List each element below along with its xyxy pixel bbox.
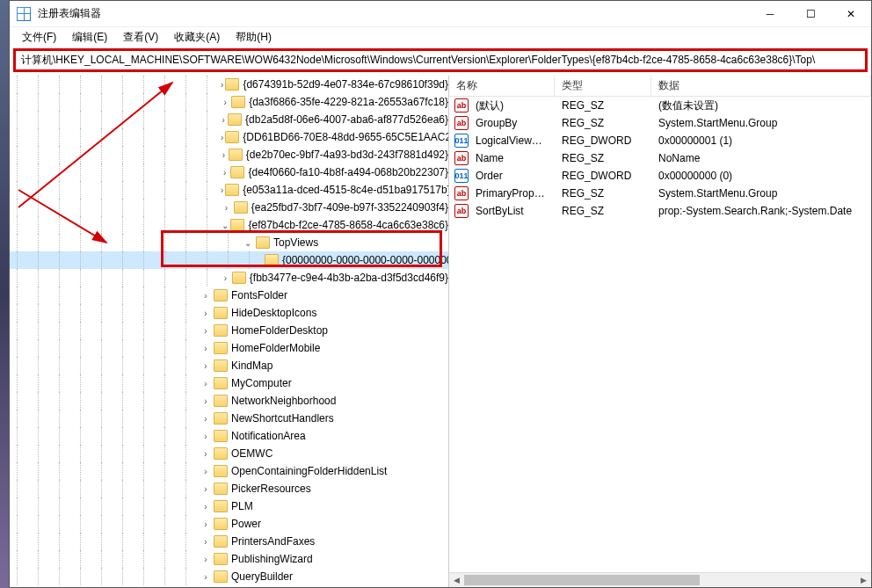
value-name: (默认) <box>469 98 555 113</box>
tree-item[interactable]: ›PrintersAndFaxes <box>10 533 448 550</box>
menu-file[interactable]: 文件(F) <box>15 28 63 47</box>
value-name: LogicalViewM... <box>469 134 555 147</box>
tree-item[interactable]: ›HomeFolderDesktop <box>10 322 448 339</box>
expander-icon[interactable]: › <box>221 80 223 90</box>
minimize-button[interactable]: ─ <box>750 1 790 26</box>
tree-item[interactable]: ›MyComputer <box>10 374 448 392</box>
tree-item-guid[interactable]: ›{e053a11a-dced-4515-8c4e-d51ba917517b} <box>10 181 448 199</box>
scroll-track[interactable] <box>464 573 856 587</box>
expander-icon[interactable]: › <box>200 502 212 512</box>
values-pane[interactable]: 名称 类型 数据 ab(默认)REG_SZ(数值未设置)abGroupByREG… <box>449 76 871 587</box>
maximize-button[interactable]: ☐ <box>790 1 831 26</box>
folder-icon <box>214 395 228 407</box>
tree-item-label: PublishingWizard <box>231 553 313 565</box>
expander-icon[interactable]: › <box>221 185 223 195</box>
tree-item[interactable]: ›Power <box>10 515 448 533</box>
expander-icon[interactable]: › <box>200 467 212 476</box>
value-row[interactable]: abSortByListREG_SZprop:-System.Search.Ra… <box>449 202 871 220</box>
menu-favorites[interactable]: 收藏夹(A) <box>167 28 227 47</box>
value-data: System.StartMenu.Group <box>651 187 871 200</box>
expander-icon[interactable]: ⌄ <box>242 238 254 248</box>
tree-item-guid[interactable]: ›{db2a5d8f-06e6-4007-aba6-af877d526ea6} <box>10 111 448 128</box>
expander-icon[interactable]: › <box>200 414 212 424</box>
value-row[interactable]: ab(默认)REG_SZ(数值未设置) <box>449 97 871 114</box>
tree-item-guid[interactable]: ›{ea25fbd7-3bf7-409e-b97f-3352240903f4} <box>10 199 448 216</box>
list-header[interactable]: 名称 类型 数据 <box>449 76 871 97</box>
tree-item[interactable]: ›OpenContainingFolderHiddenList <box>10 462 448 480</box>
expander-icon[interactable]: › <box>221 273 230 283</box>
col-header-data[interactable]: 数据 <box>651 76 871 96</box>
tree-item[interactable]: ›FontsFolder <box>10 287 448 304</box>
tree-item[interactable]: ›NetworkNeighborhood <box>10 392 448 410</box>
tree-item-label: PickerResources <box>231 483 311 495</box>
close-button[interactable]: ✕ <box>831 1 871 26</box>
value-name: GroupBy <box>469 117 555 129</box>
tree-item[interactable]: ›NotificationArea <box>10 427 448 445</box>
tree-item[interactable]: ›HomeFolderMobile <box>10 339 448 357</box>
scroll-right-button[interactable]: ▶ <box>856 573 871 587</box>
tree-item-topviews[interactable]: ⌄TopViews <box>10 234 448 251</box>
tree-item-label: {db2a5d8f-06e6-4007-aba6-af877d526ea6} <box>245 113 448 126</box>
tree-item[interactable]: ›OEMWC <box>10 445 448 462</box>
col-header-name[interactable]: 名称 <box>449 76 555 96</box>
menu-view[interactable]: 查看(V) <box>116 28 165 47</box>
expander-icon[interactable]: › <box>200 379 212 388</box>
tree-item[interactable]: ›HideDesktopIcons <box>10 304 448 322</box>
tree-item[interactable]: ›KindMap <box>10 357 448 374</box>
scroll-left-button[interactable]: ◀ <box>449 573 464 587</box>
expander-icon[interactable]: › <box>200 396 212 406</box>
address-bar[interactable]: 计算机\HKEY_LOCAL_MACHINE\SOFTWARE\WOW6432N… <box>13 48 868 72</box>
menu-help[interactable]: 帮助(H) <box>229 28 279 47</box>
expander-icon[interactable]: ⌄ <box>221 221 229 230</box>
expander-icon[interactable]: › <box>221 150 227 160</box>
tree-item-guid[interactable]: ›{de4f0660-fa10-4b8f-a494-068b20b22307} <box>10 163 448 181</box>
expander-icon[interactable]: › <box>200 361 212 371</box>
expander-icon[interactable]: › <box>200 484 212 494</box>
tree-item[interactable]: ›PickerResources <box>10 480 448 497</box>
folder-icon <box>231 96 245 108</box>
expander-icon[interactable]: › <box>200 519 212 529</box>
tree-pane[interactable]: ›{d674391b-52d9-4e07-834e-67c98610f39d}›… <box>10 76 449 587</box>
regedit-icon <box>17 7 31 21</box>
col-header-type[interactable]: 类型 <box>555 76 651 96</box>
tree-item[interactable]: ›QueryBuilder <box>10 568 448 585</box>
expander-icon[interactable]: › <box>200 326 212 336</box>
expander-icon[interactable]: › <box>221 203 232 213</box>
expander-icon[interactable]: › <box>200 432 212 441</box>
value-row[interactable]: abNameREG_SZNoName <box>449 149 871 167</box>
expander-icon[interactable]: › <box>200 449 212 459</box>
expander-icon[interactable]: › <box>200 555 212 564</box>
expander-icon[interactable]: › <box>221 168 229 178</box>
tree-item-guid[interactable]: ›{de2b70ec-9bf7-4a93-bd3d-243f7881d492} <box>10 146 448 163</box>
expander-icon[interactable]: › <box>200 537 212 547</box>
folder-icon <box>214 377 228 389</box>
horizontal-scrollbar[interactable]: ◀ ▶ <box>449 572 871 587</box>
expander-icon[interactable]: › <box>200 344 212 353</box>
expander-icon[interactable]: › <box>200 291 212 301</box>
tree-item-guid[interactable]: ⌄{ef87b4cb-f2ce-4785-8658-4ca6c63e38c6} <box>10 216 448 234</box>
tree-item-selected-guid[interactable]: {00000000-0000-0000-0000-000000000000} <box>10 251 448 269</box>
tree-item[interactable]: ›PublishingWizard <box>10 550 448 568</box>
expander-icon[interactable]: › <box>221 133 223 142</box>
scroll-thumb[interactable] <box>464 575 700 585</box>
folder-icon <box>232 272 246 284</box>
value-row[interactable]: 011LogicalViewM...REG_DWORD0x00000001 (1… <box>449 132 871 149</box>
tree-item[interactable]: ›PLM <box>10 497 448 515</box>
folder-icon <box>256 236 270 249</box>
menu-edit[interactable]: 编辑(E) <box>65 28 114 47</box>
tree-item-guid[interactable]: ›{DD61BD66-70E8-48dd-9655-65C5E1AAC2D1} <box>10 128 448 146</box>
value-row[interactable]: abPrimaryPropertyREG_SZSystem.StartMenu.… <box>449 185 871 202</box>
folder-icon <box>234 201 248 214</box>
titlebar[interactable]: 注册表编辑器 ─ ☐ ✕ <box>10 1 871 27</box>
expander-icon[interactable]: › <box>200 572 212 582</box>
tree-item-guid[interactable]: ›{da3f6866-35fe-4229-821a-26553a67fc18} <box>10 93 448 111</box>
expander-icon[interactable]: › <box>221 115 226 125</box>
value-row[interactable]: abGroupByREG_SZSystem.StartMenu.Group <box>449 114 871 132</box>
tree-item-label: MyComputer <box>231 377 292 389</box>
value-row[interactable]: 011OrderREG_DWORD0x00000000 (0) <box>449 167 871 185</box>
expander-icon[interactable]: › <box>221 98 229 107</box>
tree-item-guid[interactable]: ›{d674391b-52d9-4e07-834e-67c98610f39d} <box>10 76 448 93</box>
tree-item[interactable]: ›NewShortcutHandlers <box>10 410 448 427</box>
tree-item-guid[interactable]: ›{fbb3477e-c9e4-4b3b-a2ba-d3f5d3cd46f9} <box>10 269 448 287</box>
expander-icon[interactable]: › <box>200 309 212 318</box>
